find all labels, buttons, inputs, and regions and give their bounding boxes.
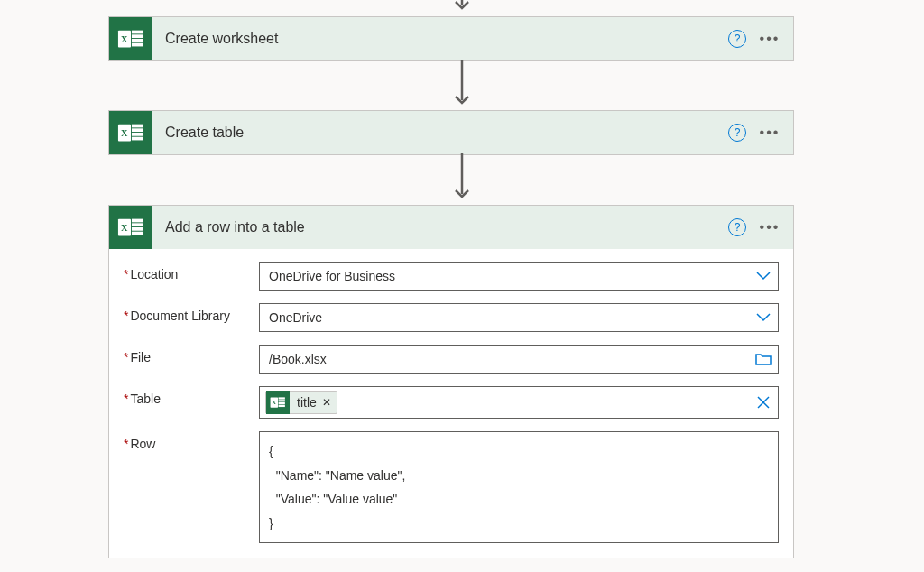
- table-input[interactable]: X title ✕: [259, 386, 779, 419]
- connector-arrow: [451, 153, 473, 206]
- file-input[interactable]: /Book.xlsx: [259, 345, 779, 374]
- row-label: *Row: [124, 431, 259, 451]
- step-header[interactable]: X Add a row into a table ? •••: [109, 206, 793, 249]
- more-menu-icon[interactable]: •••: [753, 23, 786, 55]
- connector-arrow-top: [451, 0, 473, 14]
- svg-rect-6: [132, 43, 143, 47]
- svg-rect-4: [132, 34, 143, 38]
- dynamic-token-title[interactable]: X title ✕: [265, 391, 337, 414]
- svg-text:X: X: [273, 400, 276, 405]
- svg-rect-23: [279, 397, 285, 399]
- folder-picker-icon[interactable]: [749, 353, 778, 365]
- svg-rect-26: [279, 405, 285, 407]
- help-icon[interactable]: ?: [728, 124, 746, 142]
- excel-icon: X: [266, 391, 290, 414]
- excel-icon: X: [109, 111, 152, 154]
- help-icon[interactable]: ?: [728, 218, 746, 236]
- step-title: Add a row into a table: [152, 219, 728, 235]
- step-create-worksheet[interactable]: X Create worksheet ? •••: [108, 16, 794, 61]
- table-label: *Table: [124, 386, 259, 406]
- more-menu-icon[interactable]: •••: [753, 211, 786, 244]
- token-text: title: [297, 395, 317, 410]
- location-dropdown[interactable]: OneDrive for Business: [259, 262, 779, 291]
- svg-rect-25: [279, 402, 285, 404]
- more-menu-icon[interactable]: •••: [753, 116, 786, 149]
- step-title: Create table: [152, 125, 728, 141]
- step-create-table[interactable]: X Create table ? •••: [108, 110, 794, 155]
- svg-rect-17: [132, 219, 143, 223]
- svg-rect-5: [132, 39, 143, 42]
- connector-arrow: [451, 60, 473, 112]
- row-json-editor[interactable]: { "Name": "Name value", "Value": "Value …: [259, 431, 779, 543]
- chevron-down-icon[interactable]: [749, 313, 778, 322]
- excel-icon: X: [109, 17, 152, 60]
- svg-text:X: X: [121, 34, 128, 44]
- svg-rect-24: [279, 400, 285, 401]
- svg-rect-11: [132, 128, 143, 132]
- step-title: Create worksheet: [152, 31, 728, 47]
- svg-text:X: X: [121, 128, 128, 138]
- svg-rect-18: [132, 223, 143, 226]
- svg-rect-13: [132, 137, 143, 141]
- excel-icon: X: [109, 206, 152, 249]
- svg-rect-12: [132, 133, 143, 136]
- clear-field-icon[interactable]: [749, 396, 778, 409]
- step-add-row: X Add a row into a table ? ••• *Location…: [108, 205, 794, 558]
- help-icon[interactable]: ?: [728, 30, 746, 48]
- svg-rect-10: [132, 125, 143, 128]
- token-remove-icon[interactable]: ✕: [322, 396, 331, 409]
- chevron-down-icon[interactable]: [749, 272, 778, 281]
- location-label: *Location: [124, 262, 259, 281]
- document-library-label: *Document Library: [124, 303, 259, 323]
- svg-text:X: X: [121, 223, 128, 233]
- svg-rect-19: [132, 227, 143, 231]
- document-library-dropdown[interactable]: OneDrive: [259, 303, 779, 332]
- svg-rect-20: [132, 232, 143, 235]
- svg-rect-3: [132, 31, 143, 34]
- file-label: *File: [124, 345, 259, 364]
